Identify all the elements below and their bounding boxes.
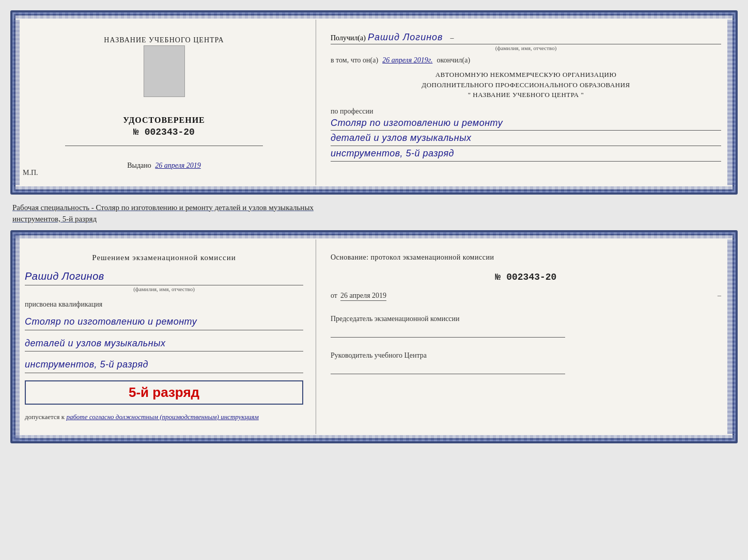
qual-line1: Столяр по изготовлению и ремонту: [25, 314, 303, 330]
profession-line3: инструментов, 5-й разряд: [331, 146, 721, 162]
page-wrapper: НАЗВАНИЕ УЧЕБНОГО ЦЕНТРА УДОСТОВЕРЕНИЕ №…: [10, 10, 738, 443]
rank-big: 5-й разряд: [31, 385, 297, 401]
issued-date: 26 апреля 2019: [155, 162, 200, 169]
cert-number: № 002343-20: [133, 127, 195, 137]
specialty-line1: Рабочая специальность - Столяр по изгото…: [12, 203, 314, 212]
date-suffix: окончил(а): [437, 56, 470, 65]
person-block: Рашид Логинов (фамилия, имя, отчество): [25, 268, 303, 292]
admission-details: работе согласно должностным (производств…: [66, 413, 258, 421]
right-edge-strip-2: [727, 239, 736, 435]
left-edge-strip-2: [12, 232, 20, 442]
specialty-line2: инструментов, 5-й разряд: [12, 215, 97, 223]
director-signature-line: [331, 363, 565, 374]
person-sub: (фамилия, имя, отчество): [25, 286, 303, 292]
recipient-sub: (фамилия, имя, отчество): [331, 45, 721, 51]
date-from-row: от 26 апреля 2019 –: [331, 292, 721, 301]
date-from-label: от: [331, 292, 337, 300]
bottom-texture-bar: [12, 186, 736, 193]
commission-heading: Решением экзаменационной комиссии: [25, 252, 303, 264]
qual-line3: инструментов, 5-й разряд: [25, 357, 303, 373]
date-from-value: 26 апреля 2019: [340, 292, 386, 301]
cert-label: УДОСТОВЕРЕНИЕ: [123, 116, 205, 125]
recipient-name: Рашид Логинов: [368, 32, 443, 42]
org-line1: АВТОНОМНУЮ НЕКОММЕРЧЕСКУЮ ОРГАНИЗАЦИЮ: [331, 70, 721, 80]
top-texture-bar-2: [12, 232, 736, 238]
chairman-block: Председатель экзаменационной комиссии: [331, 313, 721, 338]
bottom-texture-bar-2: [12, 435, 736, 441]
profession-line2: деталей и узлов музыкальных: [331, 131, 721, 146]
protocol-number: № 002343-20: [331, 272, 721, 282]
chairman-label: Председатель экзаменационной комиссии: [331, 313, 721, 324]
org-line2: ДОПОЛНИТЕЛЬНОГО ПРОФЕССИОНАЛЬНОГО ОБРАЗО…: [331, 80, 721, 90]
date-row: в том, что он(а) 26 апреля 2019г. окончи…: [331, 56, 721, 65]
person-name: Рашид Логинов: [25, 268, 303, 285]
basis-text: Основание: протокол экзаменационной коми…: [331, 252, 721, 263]
right-edge-strip: [727, 20, 736, 185]
rank-box: 5-й разряд: [25, 380, 303, 405]
certificate-card-1: НАЗВАНИЕ УЧЕБНОГО ЦЕНТРА УДОСТОВЕРЕНИЕ №…: [10, 10, 738, 195]
card1-right-panel: Получил(а) Рашид Логинов – (фамилия, имя…: [316, 20, 736, 185]
issued-label: Выдано: [127, 162, 151, 169]
admission-label: допускается к: [25, 413, 65, 421]
admission-text: допускается к работе согласно должностны…: [25, 412, 303, 422]
photo-placeholder: [144, 45, 185, 97]
card1-left-panel: НАЗВАНИЕ УЧЕБНОГО ЦЕНТРА УДОСТОВЕРЕНИЕ №…: [12, 20, 316, 185]
date-value: 26 апреля 2019г.: [382, 56, 432, 65]
chairman-signature-line: [331, 326, 565, 338]
mp-label: М.П.: [23, 169, 38, 177]
school-name-title: НАЗВАНИЕ УЧЕБНОГО ЦЕНТРА: [104, 35, 224, 45]
card2-right-panel: Основание: протокол экзаменационной коми…: [316, 239, 736, 435]
recipient-prefix: Получил(а): [331, 34, 366, 42]
left-edge-strip: [12, 20, 20, 185]
profession-line1: Столяр по изготовлению и ремонту: [331, 116, 721, 131]
org-line3: " НАЗВАНИЕ УЧЕБНОГО ЦЕНТРА ": [331, 90, 721, 100]
org-text: АВТОНОМНУЮ НЕКОММЕРЧЕСКУЮ ОРГАНИЗАЦИЮ ДО…: [331, 70, 721, 100]
recipient-row: Получил(а) Рашид Логинов – (фамилия, имя…: [331, 32, 721, 51]
issued-line: Выдано 26 апреля 2019: [127, 162, 201, 170]
top-texture-bar: [12, 12, 736, 19]
qual-line2: деталей и узлов музыкальных: [25, 335, 303, 352]
qualification-label: присвоена квалификация: [25, 300, 303, 309]
date-prefix: в том, что он(а): [331, 56, 378, 65]
certificate-card-2: Решением экзаменационной комиссии Рашид …: [10, 230, 738, 444]
director-label: Руководитель учебного Центра: [331, 350, 721, 361]
profession-block: по профессии Столяр по изготовлению и ре…: [331, 105, 721, 162]
profession-label: по профессии: [331, 107, 721, 116]
specialty-description: Рабочая специальность - Столяр по изгото…: [10, 199, 738, 226]
date-dash: –: [718, 292, 721, 300]
card2-left-panel: Решением экзаменационной комиссии Рашид …: [12, 239, 316, 435]
director-block: Руководитель учебного Центра: [331, 350, 721, 374]
